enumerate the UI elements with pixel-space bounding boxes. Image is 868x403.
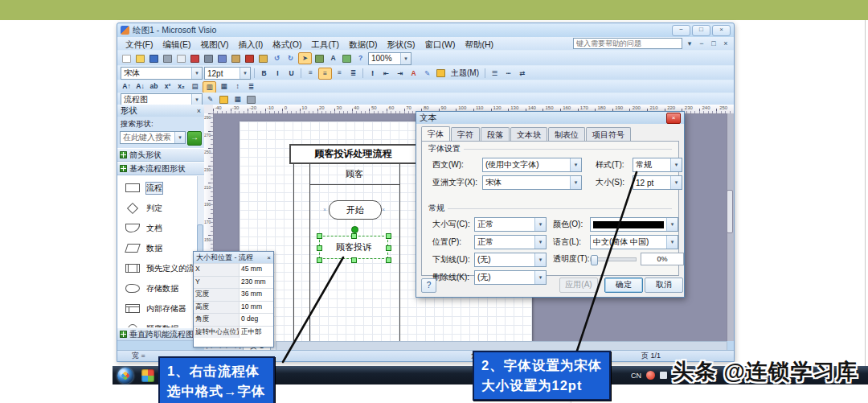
dropdown-arrow-icon[interactable]: ▾ — [534, 271, 546, 284]
menu-文件F[interactable]: 文件(F) — [121, 39, 158, 50]
redo-icon[interactable]: ↻ — [285, 53, 297, 64]
shape-item-stored[interactable]: 存储数据 — [117, 278, 204, 298]
doc-restore-icon[interactable]: □ — [709, 39, 719, 47]
style-combo[interactable]: 常规▾ — [633, 158, 682, 172]
size-position-value[interactable]: 正中部 — [240, 327, 273, 339]
text-tool-icon[interactable]: A — [327, 53, 339, 64]
shape-item-internal[interactable]: 内部存储器 — [117, 298, 204, 319]
dropdown-arrow-icon[interactable]: ▾ — [666, 236, 678, 249]
bullets-icon[interactable]: ⁝ — [366, 68, 379, 79]
line-ends-icon[interactable]: ⇄ — [516, 68, 528, 79]
dropdown-arrow-icon[interactable]: ▾ — [670, 158, 682, 171]
size-position-close-icon[interactable]: × — [267, 254, 271, 261]
doc-minimize-icon[interactable]: − — [697, 39, 706, 47]
dropdown-arrow-icon[interactable]: ▾ — [400, 53, 411, 64]
paste-icon[interactable] — [230, 53, 242, 64]
selection-handle[interactable] — [351, 233, 357, 239]
new-icon[interactable] — [121, 53, 133, 64]
line-pattern-icon[interactable]: ┅ — [502, 68, 514, 79]
font-color-icon[interactable]: A — [407, 68, 420, 79]
dropdown-arrow-icon[interactable]: ▾ — [240, 68, 250, 79]
size-position-value[interactable]: 0 deg — [240, 314, 273, 326]
format-painter-icon[interactable] — [257, 53, 269, 64]
print-preview-icon[interactable] — [175, 53, 187, 64]
spelling-icon[interactable] — [189, 53, 201, 64]
menu-数据D[interactable]: 数据(D) — [344, 39, 383, 50]
underline-icon[interactable]: U — [285, 68, 297, 79]
position-combo[interactable]: 正常▾ — [474, 235, 547, 249]
zoom-combo[interactable]: 100% ▾ — [368, 52, 411, 65]
bold-icon[interactable]: B — [258, 68, 270, 79]
menu-插入I[interactable]: 插入(I) — [233, 39, 268, 50]
dialog-help-button[interactable]: ? — [421, 278, 436, 293]
help-icon[interactable]: ? — [354, 53, 366, 64]
shape-search-combo[interactable]: 在此键入搜索 ▾ — [120, 131, 186, 144]
delete-icon[interactable] — [244, 53, 256, 64]
menu-视图V[interactable]: 视图(V) — [195, 39, 233, 50]
dropdown-arrow-icon[interactable]: ▾ — [666, 218, 678, 231]
stencil-basic-flowchart[interactable]: 基本流程图形状 — [117, 162, 204, 175]
fill-color-icon[interactable] — [435, 68, 447, 79]
shapes-panel-close-icon[interactable]: × — [197, 107, 201, 115]
shape-item-document[interactable]: 文档 — [117, 218, 204, 238]
spacing-down-icon[interactable]: ≣ — [245, 81, 257, 92]
language-combo[interactable]: 中文(简体 中国)▾ — [590, 235, 678, 249]
font-name-combo[interactable]: 宋体 ▾ — [121, 67, 203, 80]
theme-button[interactable]: 主题(M) — [448, 68, 481, 79]
open-icon[interactable] — [134, 53, 146, 64]
line-color-icon[interactable]: ✎ — [421, 68, 433, 79]
doc-close-icon[interactable]: × — [721, 39, 731, 47]
increase-font-icon[interactable]: A↑ — [121, 81, 133, 92]
strikethrough-combo[interactable]: (无)▾ — [474, 270, 547, 285]
shape-item-predefined[interactable]: 预先定义的流程 — [117, 258, 204, 278]
selected-process-shape[interactable]: 顾客投诉 — [320, 236, 387, 258]
selection-handle[interactable] — [386, 233, 391, 239]
line-weight-icon[interactable]: ☰ — [489, 68, 501, 79]
copy-icon[interactable] — [216, 53, 228, 64]
align-justify-icon[interactable]: ≣ — [347, 68, 359, 78]
dropdown-arrow-icon[interactable]: ▾ — [174, 132, 185, 143]
tray-notification-icon[interactable] — [646, 371, 655, 380]
print-icon[interactable] — [162, 53, 174, 64]
size-position-value[interactable]: 45 mm — [240, 264, 273, 276]
undo-icon[interactable]: ↺ — [271, 53, 283, 64]
selection-handle[interactable] — [317, 245, 322, 251]
stencil-cross-functional[interactable]: 垂直跨职能流程图 ... — [117, 327, 204, 341]
menu-编辑E[interactable]: 编辑(E) — [158, 39, 195, 50]
dropdown-arrow-icon[interactable]: ▾ — [534, 253, 546, 266]
transparency-slider[interactable] — [590, 257, 637, 261]
menu-工具T[interactable]: 工具(T) — [307, 39, 344, 50]
size-position-value[interactable]: 10 mm — [240, 302, 273, 314]
swimlane-header[interactable]: 顾客 — [309, 164, 399, 185]
dropdown-arrow-icon[interactable]: ▾ — [570, 158, 581, 171]
grid-icon[interactable]: ▦ — [231, 94, 244, 105]
shape-item-decision[interactable]: 判定 — [117, 198, 204, 218]
start-button[interactable] — [117, 368, 133, 384]
size-combo[interactable]: 12 pt▾ — [633, 175, 682, 190]
font-size-combo[interactable]: 12pt ▾ — [204, 67, 251, 80]
align-center-icon[interactable]: ≡ — [318, 68, 332, 80]
text-dialog-close-icon[interactable]: × — [666, 113, 681, 124]
shapes-panel-header[interactable]: 形状 × — [117, 105, 204, 117]
latin-font-combo[interactable]: (使用中文字体)▾ — [482, 158, 582, 172]
stencil-arrow-shapes[interactable]: 箭头形状 — [117, 148, 204, 162]
transparency-slider-knob[interactable] — [591, 255, 598, 265]
start-shape[interactable]: 开始 — [329, 200, 382, 220]
color-combo[interactable]: ▾ — [590, 217, 678, 232]
menu-格式O[interactable]: 格式(O) — [268, 39, 306, 50]
dropdown-arrow-icon[interactable]: ▾ — [670, 176, 682, 189]
restore-button[interactable]: □ — [692, 25, 710, 36]
size-position-value[interactable]: 36 mm — [240, 289, 273, 301]
case-combo[interactable]: 正常▾ — [474, 217, 547, 232]
asian-font-combo[interactable]: 宋体▾ — [482, 175, 582, 190]
cut-icon[interactable] — [203, 53, 215, 64]
close-button[interactable]: × — [712, 25, 731, 36]
text-top-icon[interactable]: ▤ — [189, 81, 201, 92]
selection-handle[interactable] — [386, 245, 391, 251]
minimize-button[interactable]: − — [672, 25, 690, 36]
dropdown-arrow-icon[interactable]: ▾ — [191, 94, 202, 105]
menu-形状S[interactable]: 形状(S) — [383, 39, 420, 50]
text-middle-icon[interactable]: ▥ — [203, 81, 216, 93]
size-position-title-bar[interactable]: 大小和位置 - 流程 × — [194, 252, 273, 263]
selection-handle[interactable] — [386, 257, 391, 263]
